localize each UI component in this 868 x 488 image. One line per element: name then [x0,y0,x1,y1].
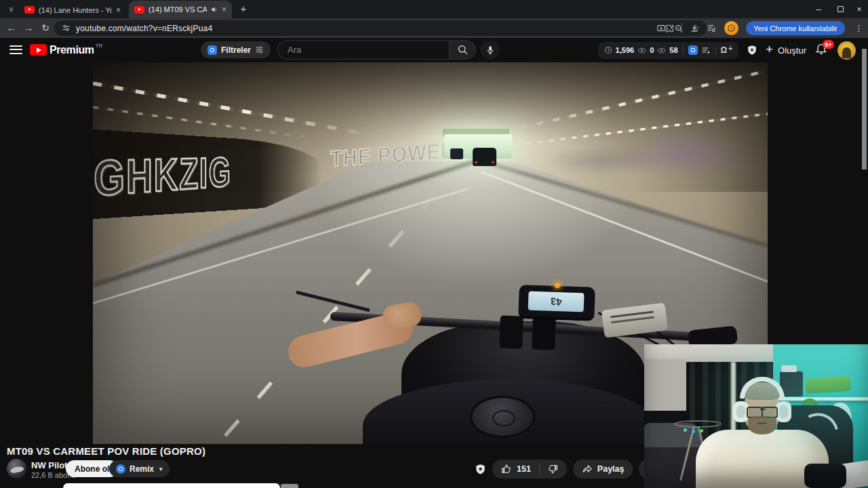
tab-search-button[interactable]: ∨ [5,3,18,16]
address-bar[interactable]: youtube.com/watch?v=nERsckjPua4 ☆ [54,20,707,36]
site-settings-icon[interactable] [62,24,71,33]
share-button[interactable]: Paylaş [573,460,633,479]
new-tab-button[interactable]: + [237,2,250,16]
shield-star-icon[interactable] [475,464,486,475]
clock-icon [604,46,612,54]
facecam-overlay [644,344,868,488]
extensions-puzzle-icon[interactable] [665,24,674,33]
media-controls-icon[interactable] [707,23,717,33]
account-avatar[interactable] [837,41,856,60]
search-icon [457,44,469,56]
chevron-down-icon: ∨ [8,5,14,13]
like-dislike-pill: 151 [492,460,567,479]
tab-lane-hunters[interactable]: (14) Lane Hunters - YouTube × [19,1,126,18]
extension-badge-icon [208,45,217,55]
youtube-favicon [24,6,35,14]
toolbar-divider [682,23,682,33]
tab-strip: ∨ (14) Lane Hunters - YouTube × (14) MT0… [0,0,868,18]
like-button[interactable]: 151 [492,464,539,474]
extension-stats-bar[interactable]: 1,596 0 58 Ω + [598,42,738,59]
playlist-icon[interactable] [701,45,711,55]
watch-time-count: 1,596 [616,46,635,54]
notification-badge: 9+ [823,40,834,49]
create-button[interactable]: + Oluştur [766,43,806,57]
notifications-button[interactable]: 9+ [814,43,829,58]
close-icon[interactable]: × [116,5,121,15]
plus-icon: + [728,45,732,52]
youtube-favicon [134,6,144,14]
window-close-button[interactable]: × [848,0,868,18]
bottom-panel-edge [281,484,298,488]
browser-window: ∨ (14) Lane Hunters - YouTube × (14) MT0… [0,0,868,488]
sliders-icon [255,45,264,54]
search-input[interactable] [288,45,430,55]
remix-label: Remix [130,464,154,474]
channel-name[interactable]: NW Pilot [31,460,67,470]
page-scrollbar[interactable] [862,49,867,169]
downloads-icon[interactable] [690,24,699,33]
create-label: Oluştur [778,45,806,56]
chevron-down-icon: ▾ [159,466,163,472]
thumb-down-icon [547,464,558,474]
browser-menu-icon[interactable]: ⋮ [852,23,865,33]
extension-badge-icon [116,464,125,474]
filters-extension-button[interactable]: Filtreler [201,41,271,58]
secondary-count: 58 [669,46,677,54]
divider [683,46,684,55]
voice-search-button[interactable] [480,40,500,60]
search-box[interactable] [277,40,449,60]
bottom-panel-edge [63,483,280,488]
logo-text: Premium [50,44,94,56]
search-button[interactable] [449,40,476,60]
speaker-icon [211,6,218,13]
microphone-icon [486,45,495,55]
member-icon[interactable]: Ω [721,45,728,55]
remix-button[interactable]: Remix ▾ [109,460,170,477]
like-count: 151 [517,464,531,474]
thumb-up-icon [501,464,512,474]
eye-icon [637,47,646,54]
youtube-masthead: Premium TR Filtreler [0,38,868,62]
vignette [644,344,868,488]
filters-label: Filtreler [221,45,251,55]
window-minimize-button[interactable]: – [807,0,830,18]
logo-country-code: TR [96,43,103,49]
forward-button[interactable]: → [21,21,36,35]
eye-icon [657,47,666,54]
tab-mt09-active[interactable]: (14) MT09 VS CARMEET PO × [129,1,232,18]
profile-avatar[interactable] [724,21,738,35]
chrome-update-button[interactable]: Yeni Chrome kullanılabilir [746,21,845,35]
divider [715,46,716,55]
video-title: MT09 VS CARMEET POV RIDE (GOPRO) [7,445,205,457]
browser-toolbar: ← → ↻ youtube.com/watch?v=nERsckjPua4 ☆ [0,18,868,38]
tab-title: (14) Lane Hunters - YouTube [39,6,112,14]
channel-avatar[interactable] [7,459,26,479]
youtube-premium-logo[interactable]: Premium TR [30,44,102,56]
hamburger-menu-icon[interactable] [9,45,22,54]
shield-star-icon[interactable] [747,45,757,56]
close-icon[interactable]: × [222,5,226,14]
extension-badge-icon[interactable] [688,45,698,55]
reload-button[interactable]: ↻ [38,21,53,35]
restore-icon [837,6,844,12]
share-icon [582,464,593,474]
youtube-play-icon [30,44,47,56]
tab-title: (14) MT09 VS CARMEET PO [149,5,207,14]
dislike-button[interactable] [540,464,567,474]
views-count: 0 [650,46,654,54]
plus-icon: + [766,42,773,57]
url-text: youtube.com/watch?v=nERsckjPua4 [76,24,212,33]
back-button[interactable]: ← [4,21,19,35]
